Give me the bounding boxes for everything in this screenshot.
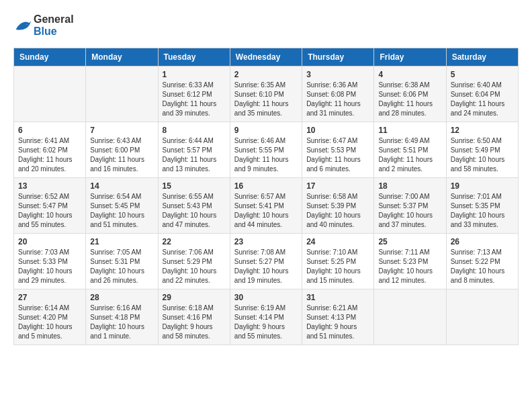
day-number: 26 (451, 237, 514, 246)
day-info: Sunrise: 6:40 AM Sunset: 6:04 PM Dayligh… (451, 81, 514, 118)
day-info: Sunrise: 6:43 AM Sunset: 6:00 PM Dayligh… (90, 136, 153, 174)
day-info: Sunrise: 6:57 AM Sunset: 5:41 PM Dayligh… (234, 192, 298, 230)
calendar-cell: 18Sunrise: 7:00 AM Sunset: 5:37 PM Dayli… (374, 178, 446, 234)
calendar-week-row: 20Sunrise: 7:03 AM Sunset: 5:33 PM Dayli… (14, 234, 519, 289)
day-info: Sunrise: 6:49 AM Sunset: 5:51 PM Dayligh… (378, 136, 441, 174)
day-info: Sunrise: 6:50 AM Sunset: 5:49 PM Dayligh… (451, 136, 514, 174)
calendar-cell: 2Sunrise: 6:35 AM Sunset: 6:10 PM Daylig… (230, 66, 302, 122)
calendar-cell: 4Sunrise: 6:38 AM Sunset: 6:06 PM Daylig… (374, 66, 446, 122)
day-number: 23 (234, 237, 298, 246)
calendar-table: SundayMondayTuesdayWednesdayThursdayFrid… (13, 48, 519, 345)
day-info: Sunrise: 6:35 AM Sunset: 6:10 PM Dayligh… (234, 81, 298, 118)
weekday-header-wednesday: Wednesday (230, 48, 302, 66)
day-number: 15 (163, 181, 226, 191)
day-number: 10 (306, 126, 369, 135)
day-info: Sunrise: 6:38 AM Sunset: 6:06 PM Dayligh… (378, 81, 441, 118)
logo: General Blue (13, 13, 74, 37)
day-number: 29 (163, 293, 226, 302)
calendar-cell (446, 289, 518, 345)
calendar-cell: 30Sunrise: 6:19 AM Sunset: 4:14 PM Dayli… (230, 289, 302, 345)
weekday-header-sunday: Sunday (14, 48, 86, 66)
weekday-header-tuesday: Tuesday (158, 48, 230, 66)
calendar-cell (374, 289, 446, 345)
calendar-cell: 24Sunrise: 7:10 AM Sunset: 5:25 PM Dayli… (302, 234, 374, 289)
calendar-cell: 25Sunrise: 7:11 AM Sunset: 5:23 PM Dayli… (374, 234, 446, 289)
calendar-week-row: 13Sunrise: 6:52 AM Sunset: 5:47 PM Dayli… (14, 178, 519, 234)
logo-general: General (34, 13, 74, 25)
calendar-cell: 26Sunrise: 7:13 AM Sunset: 5:22 PM Dayli… (446, 234, 518, 289)
day-number: 7 (90, 126, 153, 135)
day-info: Sunrise: 6:52 AM Sunset: 5:47 PM Dayligh… (18, 192, 81, 230)
day-info: Sunrise: 6:44 AM Sunset: 5:57 PM Dayligh… (163, 136, 226, 174)
day-number: 21 (90, 237, 153, 246)
calendar-cell: 20Sunrise: 7:03 AM Sunset: 5:33 PM Dayli… (14, 234, 86, 289)
day-info: Sunrise: 7:01 AM Sunset: 5:35 PM Dayligh… (451, 192, 514, 230)
day-number: 28 (90, 293, 153, 302)
day-info: Sunrise: 6:33 AM Sunset: 6:12 PM Dayligh… (163, 81, 226, 118)
day-info: Sunrise: 6:21 AM Sunset: 4:13 PM Dayligh… (306, 304, 369, 341)
day-number: 9 (234, 126, 298, 135)
day-info: Sunrise: 6:36 AM Sunset: 6:08 PM Dayligh… (306, 81, 369, 118)
day-info: Sunrise: 6:46 AM Sunset: 5:55 PM Dayligh… (234, 136, 298, 174)
day-number: 27 (18, 293, 81, 302)
calendar-cell: 7Sunrise: 6:43 AM Sunset: 6:00 PM Daylig… (86, 122, 158, 178)
calendar-cell: 3Sunrise: 6:36 AM Sunset: 6:08 PM Daylig… (302, 66, 374, 122)
day-info: Sunrise: 7:13 AM Sunset: 5:22 PM Dayligh… (451, 248, 514, 285)
calendar-cell: 1Sunrise: 6:33 AM Sunset: 6:12 PM Daylig… (158, 66, 230, 122)
day-number: 5 (451, 70, 514, 79)
day-number: 22 (163, 237, 226, 246)
calendar-cell: 15Sunrise: 6:55 AM Sunset: 5:43 PM Dayli… (158, 178, 230, 234)
day-number: 8 (163, 126, 226, 135)
day-number: 18 (378, 181, 441, 191)
day-info: Sunrise: 6:55 AM Sunset: 5:43 PM Dayligh… (163, 192, 226, 230)
day-number: 16 (234, 181, 298, 191)
day-info: Sunrise: 7:08 AM Sunset: 5:27 PM Dayligh… (234, 248, 298, 285)
calendar-cell: 13Sunrise: 6:52 AM Sunset: 5:47 PM Dayli… (14, 178, 86, 234)
calendar-cell: 19Sunrise: 7:01 AM Sunset: 5:35 PM Dayli… (446, 178, 518, 234)
day-number: 19 (451, 181, 514, 191)
calendar-cell: 22Sunrise: 7:06 AM Sunset: 5:29 PM Dayli… (158, 234, 230, 289)
day-info: Sunrise: 6:16 AM Sunset: 4:18 PM Dayligh… (90, 304, 153, 341)
calendar-cell (14, 66, 86, 122)
calendar-cell: 12Sunrise: 6:50 AM Sunset: 5:49 PM Dayli… (446, 122, 518, 178)
day-number: 3 (306, 70, 369, 79)
day-info: Sunrise: 6:41 AM Sunset: 6:02 PM Dayligh… (18, 136, 81, 174)
calendar-cell: 28Sunrise: 6:16 AM Sunset: 4:18 PM Dayli… (86, 289, 158, 345)
day-number: 4 (378, 70, 441, 79)
calendar-cell: 8Sunrise: 6:44 AM Sunset: 5:57 PM Daylig… (158, 122, 230, 178)
calendar-cell: 6Sunrise: 6:41 AM Sunset: 6:02 PM Daylig… (14, 122, 86, 178)
calendar-cell: 27Sunrise: 6:14 AM Sunset: 4:20 PM Dayli… (14, 289, 86, 345)
day-number: 13 (18, 181, 81, 191)
day-info: Sunrise: 6:47 AM Sunset: 5:53 PM Dayligh… (306, 136, 369, 174)
day-number: 2 (234, 70, 298, 79)
calendar-cell: 11Sunrise: 6:49 AM Sunset: 5:51 PM Dayli… (374, 122, 446, 178)
day-info: Sunrise: 7:11 AM Sunset: 5:23 PM Dayligh… (378, 248, 441, 285)
day-info: Sunrise: 6:14 AM Sunset: 4:20 PM Dayligh… (18, 304, 81, 341)
day-number: 11 (378, 126, 441, 135)
weekday-header-thursday: Thursday (302, 48, 374, 66)
calendar-cell: 31Sunrise: 6:21 AM Sunset: 4:13 PM Dayli… (302, 289, 374, 345)
weekday-header-monday: Monday (86, 48, 158, 66)
calendar-cell: 29Sunrise: 6:18 AM Sunset: 4:16 PM Dayli… (158, 289, 230, 345)
calendar-cell: 10Sunrise: 6:47 AM Sunset: 5:53 PM Dayli… (302, 122, 374, 178)
weekday-header-saturday: Saturday (446, 48, 518, 66)
day-number: 24 (306, 237, 369, 246)
weekday-header-friday: Friday (374, 48, 446, 66)
day-info: Sunrise: 7:00 AM Sunset: 5:37 PM Dayligh… (378, 192, 441, 230)
calendar-week-row: 1Sunrise: 6:33 AM Sunset: 6:12 PM Daylig… (14, 66, 519, 122)
calendar-week-row: 27Sunrise: 6:14 AM Sunset: 4:20 PM Dayli… (14, 289, 519, 345)
calendar-cell: 5Sunrise: 6:40 AM Sunset: 6:04 PM Daylig… (446, 66, 518, 122)
calendar-body: 1Sunrise: 6:33 AM Sunset: 6:12 PM Daylig… (14, 66, 519, 345)
day-number: 12 (451, 126, 514, 135)
day-number: 30 (234, 293, 298, 302)
day-number: 14 (90, 181, 153, 191)
day-info: Sunrise: 7:03 AM Sunset: 5:33 PM Dayligh… (18, 248, 81, 285)
logo-icon (15, 19, 31, 32)
day-info: Sunrise: 6:58 AM Sunset: 5:39 PM Dayligh… (306, 192, 369, 230)
page-header: General Blue (13, 13, 519, 37)
calendar-cell: 21Sunrise: 7:05 AM Sunset: 5:31 PM Dayli… (86, 234, 158, 289)
day-info: Sunrise: 7:05 AM Sunset: 5:31 PM Dayligh… (90, 248, 153, 285)
day-info: Sunrise: 6:54 AM Sunset: 5:45 PM Dayligh… (90, 192, 153, 230)
day-number: 20 (18, 237, 81, 246)
day-number: 17 (306, 181, 369, 191)
